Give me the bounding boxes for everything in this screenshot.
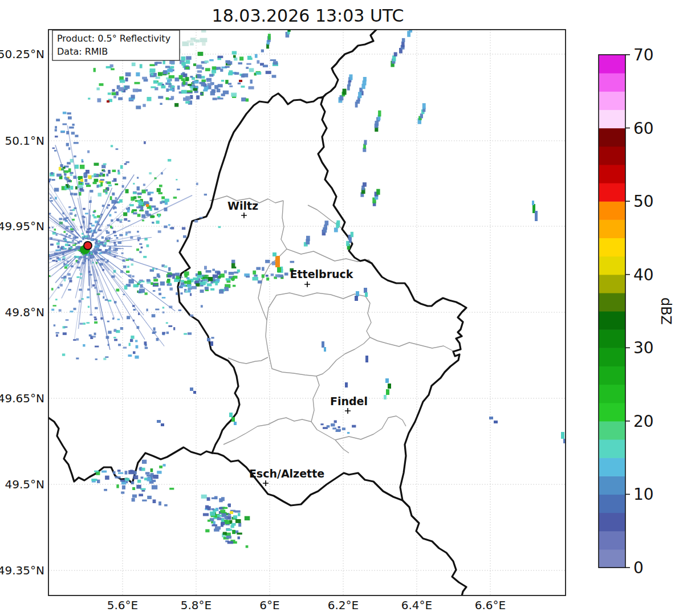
radar-echo (169, 75, 174, 79)
radar-echo (56, 174, 62, 177)
colorbar-tick-label: 20 (633, 412, 654, 431)
radar-echo (190, 315, 193, 317)
radar-echo (232, 51, 237, 55)
city-label: Esch/Alzette (249, 467, 324, 480)
radar-echo (158, 96, 163, 99)
radar-echo (226, 536, 231, 539)
radar-echo (104, 190, 108, 192)
radar-echo (150, 68, 156, 72)
radar-echo-cell (386, 389, 389, 395)
radar-echo (93, 182, 97, 184)
radar-echo (141, 490, 145, 492)
radar-echo (351, 232, 353, 237)
radar-echo (55, 299, 58, 300)
radar-echo (166, 280, 170, 283)
y-tick-label: 50.25°N (0, 47, 44, 61)
colorbar-segment (599, 109, 625, 128)
radar-echo (108, 331, 111, 333)
radar-echo (241, 85, 245, 88)
radar-echo (142, 500, 147, 501)
colorbar-segment (599, 293, 625, 312)
radar-echo (181, 62, 186, 66)
colorbar-segment (599, 275, 625, 293)
radar-echo (137, 186, 140, 190)
radar-echo (76, 256, 79, 258)
radar-echo (159, 185, 162, 187)
radar-echo (209, 59, 214, 62)
radar-echo (63, 332, 67, 335)
radar-echo (63, 247, 65, 249)
radar-echo (93, 173, 96, 176)
radar-echo (172, 85, 175, 88)
radar-echo (111, 68, 115, 71)
radar-echo (198, 271, 201, 275)
radar-echo (133, 192, 136, 194)
radar-echo (173, 327, 175, 330)
radar-echo-cell (161, 423, 164, 426)
radar-echo (91, 230, 92, 232)
radar-echo (173, 197, 177, 199)
radar-echo (153, 328, 156, 331)
radar-echo (120, 221, 122, 223)
radar-echo-cell (146, 204, 149, 207)
radar-echo (51, 309, 54, 311)
y-tick-label: 49.65°N (0, 391, 44, 405)
radar-echo (233, 515, 237, 519)
radar-echo (149, 172, 152, 174)
radar-site-dot (84, 242, 92, 250)
radar-echo (266, 71, 271, 74)
radar-echo (188, 84, 192, 86)
radar-echo-cell (273, 252, 276, 256)
radar-echo (112, 180, 115, 182)
radar-echo (143, 256, 147, 258)
radar-echo (215, 527, 221, 530)
colorbar-segment (599, 165, 625, 183)
radar-echo (63, 124, 67, 125)
radar-echo (147, 477, 152, 481)
radar-echo (107, 321, 109, 323)
radar-echo-cell (365, 292, 368, 297)
y-tick-label: 50.1°N (5, 134, 45, 148)
radar-echo (108, 92, 111, 95)
radar-echo-cell (277, 267, 281, 272)
radar-echo (239, 56, 243, 60)
radar-echo (120, 480, 125, 482)
radar-echo (101, 236, 104, 239)
radar-echo-cell (494, 421, 498, 423)
radar-echo (249, 68, 254, 72)
colorbar-segment (599, 403, 625, 422)
radar-echo (256, 72, 262, 75)
radar-echo (75, 186, 78, 190)
radar-echo (364, 140, 367, 145)
radar-echo (257, 60, 259, 64)
radar-echo (265, 260, 270, 263)
radar-echo (122, 185, 124, 188)
radar-echo (92, 336, 96, 337)
radar-echo (246, 99, 249, 102)
radar-echo (210, 512, 215, 516)
radar-echo (200, 38, 208, 43)
radar-echo (94, 210, 96, 213)
radar-echo (128, 354, 132, 357)
radar-echo (205, 68, 210, 71)
radar-echo (206, 79, 211, 81)
radar-echo (132, 495, 137, 498)
radar-echo (226, 278, 230, 280)
radar-echo (86, 322, 90, 324)
radar-echo (201, 79, 206, 82)
radar-echo (162, 312, 165, 313)
radar-echo (125, 85, 130, 89)
radar-echo (106, 231, 109, 234)
radar-echo (50, 197, 51, 199)
radar-echo (52, 179, 55, 181)
radar-echo (181, 280, 184, 282)
colorbar-segment (599, 513, 625, 532)
radar-echo (208, 83, 213, 85)
radar-echo (132, 487, 135, 490)
radar-echo (206, 270, 212, 273)
colorbar-segment (599, 183, 625, 202)
radar-echo (161, 197, 165, 199)
radar-echo (163, 70, 167, 74)
radar-echo-cell (324, 347, 326, 352)
colorbar-tick-label: 60 (633, 119, 654, 138)
